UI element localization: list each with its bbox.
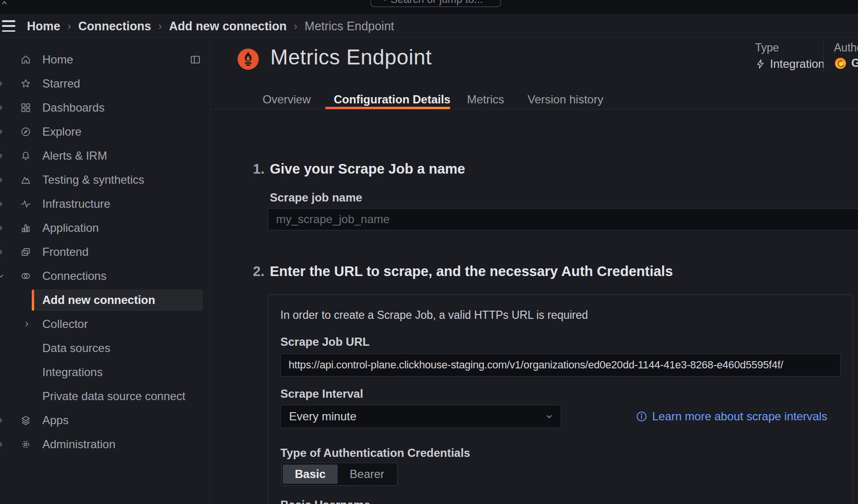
mountain-icon (20, 175, 31, 186)
top-app-bar: Search or jump to... (0, 0, 858, 15)
type-value: Integration (755, 57, 824, 71)
connections-icon (20, 271, 31, 282)
tab-version-history[interactable]: Version history (528, 93, 603, 106)
home-icon (20, 54, 31, 65)
sidebar-item-label: Dashboards (42, 101, 104, 114)
breadcrumb-add-new-connection[interactable]: Add new connection (169, 19, 287, 33)
author-value: Grafana (834, 56, 858, 70)
chevron-right-icon[interactable] (0, 224, 5, 232)
scrape-interval-label: Scrape Interval (280, 387, 363, 401)
sidebar-item-label: Starred (42, 77, 80, 90)
sidebar-item-frontend[interactable]: Frontend (0, 241, 211, 263)
chevron-right-icon[interactable] (0, 152, 5, 160)
chevron-right-icon[interactable] (23, 320, 31, 328)
panel-note: In order to create a Scrape Job, a valid… (280, 309, 588, 322)
breadcrumb: Home › Connections › Add new connection … (27, 15, 394, 38)
bar-chart-icon (20, 223, 31, 234)
breadcrumb-bar: Home › Connections › Add new connection … (0, 15, 858, 38)
sidebar-item-dashboards[interactable]: Dashboards (0, 97, 211, 118)
section2-number: 2. (245, 264, 265, 279)
scrape-job-name-input[interactable] (268, 209, 858, 230)
author-label: Author (834, 41, 858, 54)
auth-option-basic[interactable]: Basic (283, 465, 338, 484)
tab-metrics[interactable]: Metrics (467, 93, 504, 106)
section1-title: Give your Scrape Job a name (270, 161, 465, 177)
active-item-indicator (32, 290, 34, 311)
sidebar-item-connections[interactable]: Connections (0, 265, 211, 287)
chevron-right-icon[interactable] (0, 416, 5, 425)
dock-sidebar-icon[interactable] (189, 54, 201, 65)
sidebar-item-collector[interactable]: Collector (0, 314, 211, 335)
scrape-interval-select[interactable]: Every minute (280, 405, 561, 428)
breadcrumb-metrics-endpoint: Metrics Endpoint (304, 19, 394, 33)
star-icon (20, 78, 31, 89)
sidebar-item-private-data-source-connect[interactable]: Private data source connect (0, 386, 211, 407)
learn-more-link-text: Learn more about scrape intervals (652, 410, 827, 423)
search-placeholder: Search or jump to... (391, 0, 483, 6)
info-icon (636, 411, 647, 422)
auth-option-bearer[interactable]: Bearer (338, 465, 396, 484)
chevron-right-icon[interactable] (0, 248, 5, 256)
sidebar-item-label: Application (42, 221, 99, 235)
sidebar-item-testing-synthetics[interactable]: Testing & synthetics (0, 169, 211, 190)
breadcrumb-separator: › (294, 20, 297, 33)
sidebar-item-apps[interactable]: Apps (0, 410, 211, 431)
auth-type-label: Type of Authentication Credentials (280, 446, 470, 460)
sidebar-item-integrations[interactable]: Integrations (0, 362, 211, 383)
chevron-right-icon[interactable] (0, 441, 5, 449)
sidebar-item-home[interactable]: Home (0, 49, 211, 70)
scrape-job-name-label: Scrape job name (270, 191, 362, 204)
sidebar-item-label: Add new connection (42, 293, 155, 307)
sidebar-item-label: Infrastructure (42, 197, 110, 211)
chevron-right-icon[interactable] (0, 128, 5, 136)
grafana-logo-icon (834, 57, 847, 70)
nav-sidebar: Home Starred Dashboards (0, 38, 211, 504)
page-title: Metrics Endpoint (270, 45, 432, 69)
sidebar-item-label: Apps (42, 414, 69, 427)
breadcrumb-separator: › (67, 20, 71, 33)
sidebar-item-explore[interactable]: Explore (0, 121, 211, 142)
scrape-job-name-field (268, 208, 858, 230)
chevron-right-icon[interactable] (0, 104, 5, 112)
breadcrumb-home[interactable]: Home (27, 19, 60, 33)
sidebar-item-administration[interactable]: Administration (0, 434, 211, 455)
sidebar-item-label: Data sources (42, 341, 110, 355)
chevron-right-icon[interactable] (0, 80, 5, 88)
scrape-intervals-learn-more-link[interactable]: Learn more about scrape intervals (636, 405, 827, 428)
chevron-right-icon[interactable] (0, 200, 5, 208)
grafana-app-window: Search or jump to... Home › Connections … (0, 0, 858, 504)
layers-icon (20, 415, 31, 426)
sidebar-item-data-sources[interactable]: Data sources (0, 338, 211, 359)
sidebar-item-label: Explore (42, 125, 81, 139)
chevron-down-icon (544, 412, 554, 421)
sidebar-item-label: Home (42, 53, 73, 66)
sidebar-item-starred[interactable]: Starred (0, 73, 211, 94)
sidebar-item-label: Private data source connect (42, 390, 186, 403)
section1-number: 1. (245, 161, 265, 177)
tab-configuration-details[interactable]: Configuration Details (334, 93, 451, 106)
breadcrumb-connections[interactable]: Connections (78, 19, 151, 33)
chevron-right-icon[interactable] (0, 176, 5, 184)
chevron-down-icon[interactable] (0, 272, 5, 280)
sidebar-item-label: Collector (42, 317, 88, 331)
sidebar-item-label: Administration (42, 438, 115, 451)
bolt-icon (755, 59, 766, 69)
tab-overview[interactable]: Overview (263, 93, 311, 106)
chevron-up-icon (0, 0, 9, 7)
type-label: Type (755, 41, 779, 54)
compass-icon (20, 126, 31, 138)
sidebar-item-label: Connections (42, 269, 106, 283)
pulse-icon (20, 199, 31, 210)
auth-type-segmented-control: Basic Bearer (281, 463, 398, 486)
sidebar-item-application[interactable]: Application (0, 217, 211, 239)
sidebar-item-label: Testing & synthetics (42, 173, 144, 187)
sidebar-item-infrastructure[interactable]: Infrastructure (0, 193, 211, 214)
sidebar-item-add-new-connection[interactable]: Add new connection (0, 290, 211, 311)
prometheus-logo-icon (238, 49, 259, 70)
menu-toggle-icon[interactable] (2, 20, 15, 32)
search-input[interactable]: Search or jump to... (370, 0, 501, 7)
section2-title: Enter the URL to scrape, and the necessa… (270, 264, 673, 279)
header-meta-divider (823, 41, 824, 72)
scrape-job-url-input[interactable] (281, 354, 840, 376)
sidebar-item-alerts-irm[interactable]: Alerts & IRM (0, 145, 211, 166)
